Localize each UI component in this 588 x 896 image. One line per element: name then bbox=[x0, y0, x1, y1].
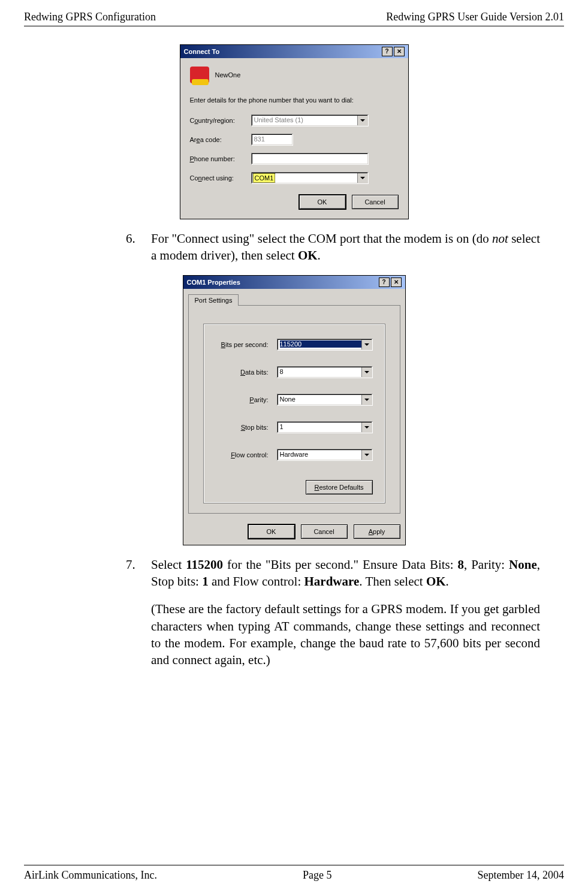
connection-name: NewOne bbox=[215, 71, 241, 79]
country-label: Country/region: bbox=[190, 117, 246, 124]
stop-bits-combo[interactable]: 1 bbox=[277, 421, 373, 433]
connect-to-titlebar[interactable]: Connect To ? ✕ bbox=[180, 45, 408, 58]
phone-label: Phone number: bbox=[190, 155, 246, 162]
help-icon[interactable]: ? bbox=[382, 47, 393, 56]
step-number: 7. bbox=[126, 556, 151, 590]
bits-per-second-label: Bits per second: bbox=[221, 341, 269, 348]
chevron-down-icon[interactable] bbox=[361, 395, 372, 405]
flow-control-combo[interactable]: Hardware bbox=[277, 449, 373, 461]
tab-port-settings[interactable]: Port Settings bbox=[188, 294, 239, 306]
step-7-note: (These are the factory default settings … bbox=[151, 601, 540, 668]
ok-button[interactable]: OK bbox=[299, 195, 346, 209]
help-icon[interactable]: ? bbox=[379, 277, 390, 287]
chevron-down-icon[interactable] bbox=[361, 450, 372, 460]
restore-defaults-button[interactable]: Restore Defaults bbox=[306, 480, 373, 494]
footer-mid: Page 5 bbox=[303, 869, 332, 882]
chevron-down-icon[interactable] bbox=[361, 340, 372, 349]
ok-button[interactable]: OK bbox=[248, 524, 295, 539]
country-combo: United States (1) bbox=[251, 114, 369, 126]
chevron-down-icon bbox=[357, 116, 367, 125]
header-right: Redwing GPRS User Guide Version 2.01 bbox=[386, 11, 564, 23]
data-bits-label: Data bits: bbox=[240, 369, 268, 376]
com1-properties-dialog: COM1 Properties ? ✕ Port Settings Bits p… bbox=[183, 275, 406, 545]
stop-bits-value: 1 bbox=[280, 423, 284, 430]
cancel-button[interactable]: Cancel bbox=[301, 524, 348, 539]
close-icon[interactable]: ✕ bbox=[394, 47, 405, 56]
chevron-down-icon[interactable] bbox=[357, 173, 367, 183]
step-number: 6. bbox=[126, 230, 151, 264]
bits-per-second-value: 115200 bbox=[280, 340, 361, 348]
header-left: Redwing GPRS Configuration bbox=[24, 11, 156, 23]
cancel-button[interactable]: Cancel bbox=[352, 195, 399, 209]
step-6: 6. For "Connect using" select the COM po… bbox=[126, 230, 540, 264]
country-value: United States (1) bbox=[254, 116, 304, 123]
chevron-down-icon[interactable] bbox=[361, 423, 372, 432]
data-bits-combo[interactable]: 8 bbox=[277, 366, 373, 378]
connect-to-intro: Enter details for the phone number that … bbox=[190, 96, 399, 104]
page-header: Redwing GPRS Configuration Redwing GPRS … bbox=[24, 11, 564, 26]
connect-to-dialog: Connect To ? ✕ NewOne Enter details for … bbox=[180, 44, 409, 219]
apply-button[interactable]: Apply bbox=[354, 524, 400, 539]
flow-control-value: Hardware bbox=[280, 451, 309, 458]
connect-using-label: Connect using: bbox=[190, 174, 246, 182]
close-icon[interactable]: ✕ bbox=[391, 277, 402, 287]
chevron-down-icon[interactable] bbox=[361, 367, 372, 377]
area-code-field: 831 bbox=[251, 134, 293, 146]
phone-number-field[interactable] bbox=[251, 153, 369, 165]
footer-left: AirLink Communications, Inc. bbox=[24, 869, 157, 882]
connect-using-combo[interactable]: COM1 bbox=[251, 172, 369, 184]
phone-icon bbox=[190, 67, 209, 83]
connect-to-title: Connect To bbox=[184, 48, 220, 55]
page-footer: AirLink Communications, Inc. Page 5 Sept… bbox=[24, 865, 564, 882]
connect-using-value: COM1 bbox=[253, 173, 276, 183]
footer-right: September 14, 2004 bbox=[478, 869, 564, 882]
flow-control-label: Flow control: bbox=[231, 451, 268, 458]
com1-title: COM1 Properties bbox=[187, 279, 240, 286]
com1-titlebar[interactable]: COM1 Properties ? ✕ bbox=[183, 276, 405, 289]
data-bits-value: 8 bbox=[280, 368, 284, 375]
parity-label: Parity: bbox=[249, 396, 268, 403]
bits-per-second-combo[interactable]: 115200 bbox=[277, 339, 373, 351]
area-label: Area code: bbox=[190, 136, 246, 143]
step-7: 7. Select 115200 for the "Bits per secon… bbox=[126, 556, 540, 590]
parity-value: None bbox=[280, 396, 295, 403]
parity-combo[interactable]: None bbox=[277, 394, 373, 406]
stop-bits-label: Stop bits: bbox=[241, 424, 269, 431]
